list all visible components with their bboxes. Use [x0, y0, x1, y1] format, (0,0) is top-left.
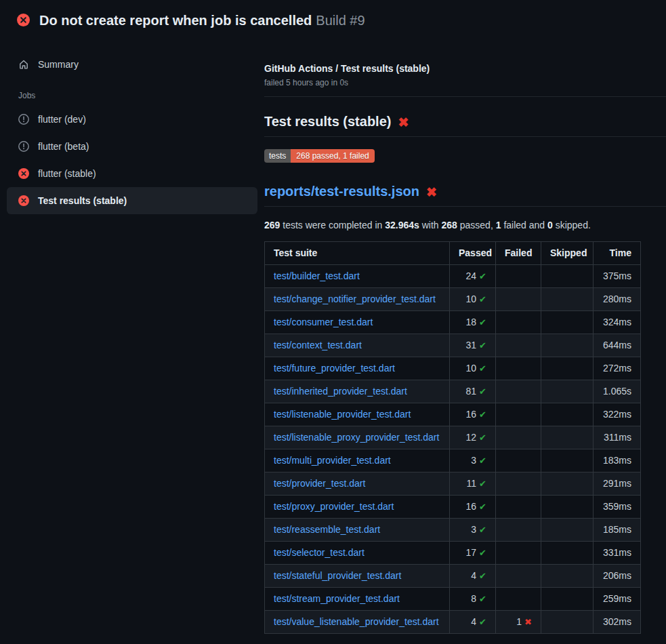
check-icon: ✔	[479, 617, 486, 627]
jobs-section-label: Jobs	[18, 91, 257, 100]
test-suite-link[interactable]: test/change_notifier_provider_test.dart	[274, 294, 436, 304]
time-cell: 359ms	[594, 496, 641, 519]
test-suite-link[interactable]: test/stream_provider_test.dart	[274, 593, 400, 604]
failed-cell	[496, 426, 541, 449]
table-row: test/selector_test.dart17✔331ms	[265, 542, 641, 565]
test-suite-link[interactable]: test/proxy_provider_test.dart	[274, 501, 394, 512]
tests-badge: tests 268 passed, 1 failed	[264, 149, 375, 163]
test-suite-link[interactable]: test/stateful_provider_test.dart	[274, 570, 401, 581]
test-suite-cell: test/inherited_provider_test.dart	[265, 380, 450, 403]
failed-cell	[496, 311, 541, 334]
failed-cell	[496, 265, 541, 288]
test-suite-link[interactable]: test/context_test.dart	[274, 340, 362, 350]
table-row: test/proxy_provider_test.dart16✔359ms	[265, 496, 641, 519]
check-icon: ✔	[479, 294, 486, 304]
test-suite-link[interactable]: test/future_provider_test.dart	[274, 363, 395, 374]
check-icon: ✔	[479, 363, 486, 374]
skipped-cell	[541, 449, 594, 472]
count-value: 1	[516, 616, 522, 627]
summary-number: 32.964s	[385, 220, 419, 230]
count-value: 3	[471, 455, 476, 466]
home-icon	[18, 59, 29, 70]
time-cell: 272ms	[594, 357, 641, 380]
sidebar-item-label: Test results (stable)	[38, 195, 127, 206]
sidebar-item-label: flutter (dev)	[38, 114, 86, 125]
count-value: 11	[467, 478, 477, 489]
table-row: test/stateful_provider_test.dart4✔206ms	[265, 565, 641, 588]
report-file-link[interactable]: reports/test-results.json	[264, 184, 419, 199]
test-suite-cell: test/stateful_provider_test.dart	[265, 565, 450, 588]
time-cell: 324ms	[594, 311, 641, 334]
check-icon: ✔	[479, 432, 486, 443]
run-status-line: failed 5 hours ago in 0s	[264, 78, 666, 87]
count-value: 18	[466, 317, 477, 327]
table-row: test/value_listenable_provider_test.dart…	[265, 611, 641, 634]
sidebar-item-flutter-stable[interactable]: flutter (stable)	[7, 160, 257, 187]
table-row: test/context_test.dart31✔644ms	[265, 334, 641, 357]
jobs-list: flutter (dev)flutter (beta)flutter (stab…	[7, 106, 257, 214]
skipped-cell	[541, 611, 594, 634]
test-suite-cell: test/consumer_test.dart	[265, 311, 450, 334]
badge-value: 268 passed, 1 failed	[291, 149, 374, 163]
table-header-row: Test suitePassedFailedSkippedTime	[265, 242, 641, 265]
summary-text: with	[419, 220, 442, 230]
count-value: 8	[471, 593, 476, 604]
failed-circle-icon	[17, 14, 30, 26]
time-cell: 280ms	[594, 288, 641, 311]
time-cell: 644ms	[594, 334, 641, 357]
failed-cell	[496, 380, 541, 403]
table-row: test/listenable_provider_test.dart16✔322…	[265, 403, 641, 426]
sidebar-item-summary[interactable]: Summary	[7, 53, 257, 76]
test-suite-link[interactable]: test/listenable_proxy_provider_test.dart	[274, 432, 439, 443]
test-suite-link[interactable]: test/selector_test.dart	[274, 547, 365, 558]
workflow-run-page: Do not create report when job is cancell…	[0, 0, 666, 644]
test-suite-cell: test/context_test.dart	[265, 334, 450, 357]
cross-icon: ✖	[524, 617, 532, 627]
failed-cell	[496, 588, 541, 611]
passed-cell: 10✔	[450, 288, 496, 311]
passed-cell: 8✔	[450, 588, 496, 611]
summary-text: passed,	[457, 220, 496, 230]
test-suite-link[interactable]: test/builder_test.dart	[274, 270, 360, 281]
passed-cell: 31✔	[450, 334, 496, 357]
summary-text: skipped.	[553, 220, 591, 230]
test-suite-cell: test/reassemble_test.dart	[265, 519, 450, 542]
failed-cell	[496, 542, 541, 565]
passed-cell: 4✔	[450, 611, 496, 634]
failed-cell	[496, 565, 541, 588]
summary-line: 269 tests were completed in 32.964s with…	[264, 220, 666, 230]
time-cell: 375ms	[594, 265, 641, 288]
check-icon: ✔	[479, 317, 486, 327]
skipped-cell	[541, 426, 594, 449]
table-row: test/provider_test.dart11✔291ms	[265, 472, 641, 496]
failed-cell	[496, 288, 541, 311]
check-icon: ✔	[479, 340, 486, 350]
test-suite-link[interactable]: test/multi_provider_test.dart	[274, 455, 391, 466]
section-title: Test results (stable)✖	[264, 113, 666, 137]
test-suite-link[interactable]: test/reassemble_test.dart	[274, 524, 380, 535]
skipped-cell	[541, 403, 594, 426]
test-suite-link[interactable]: test/consumer_test.dart	[274, 317, 373, 327]
failed-cell: 1✖	[496, 611, 541, 634]
table-row: test/stream_provider_test.dart8✔259ms	[265, 588, 641, 611]
sidebar-item-flutter-dev[interactable]: flutter (dev)	[7, 106, 257, 133]
passed-cell: 24✔	[450, 265, 496, 288]
sidebar-item-flutter-beta[interactable]: flutter (beta)	[7, 133, 257, 160]
x-circle-icon	[18, 168, 29, 179]
test-suite-cell: test/selector_test.dart	[265, 542, 450, 565]
test-suite-cell: test/stream_provider_test.dart	[265, 588, 450, 611]
test-suite-link[interactable]: test/provider_test.dart	[274, 478, 365, 489]
column-header-skipped: Skipped	[541, 242, 594, 265]
failed-cell	[496, 519, 541, 542]
sidebar-item-label: flutter (beta)	[38, 141, 89, 152]
skipped-cell	[541, 288, 594, 311]
report-file-heading: reports/test-results.json✖	[264, 183, 666, 207]
test-suite-link[interactable]: test/listenable_provider_test.dart	[274, 409, 411, 420]
sidebar-item-test-results-stable[interactable]: Test results (stable)	[7, 187, 257, 214]
summary-text: failed and	[501, 220, 548, 230]
skipped-cell	[541, 357, 594, 380]
badge-label: tests	[264, 149, 291, 163]
test-suite-link[interactable]: test/inherited_provider_test.dart	[274, 386, 407, 397]
time-cell: 259ms	[594, 588, 641, 611]
test-suite-link[interactable]: test/value_listenable_provider_test.dart	[274, 616, 439, 627]
